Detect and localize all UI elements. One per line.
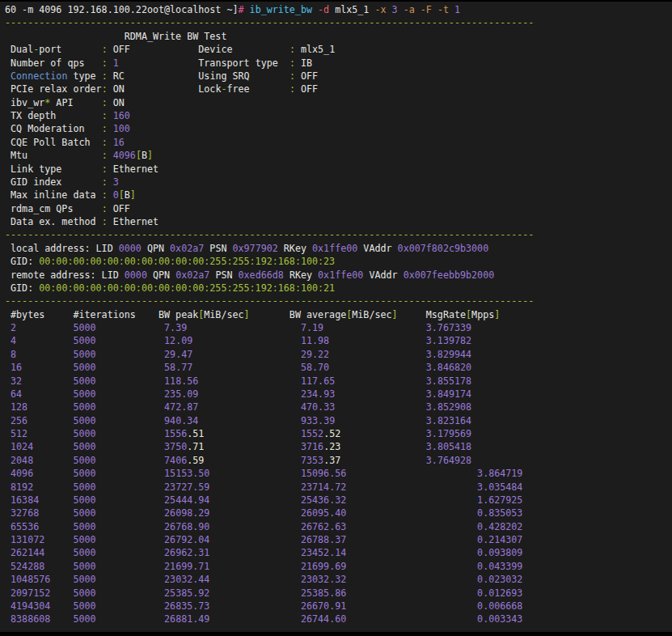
table-row: 32768 5000 26098.29 26095.40 0.835053 — [5, 507, 672, 519]
table-row: 1024 5000 3750.71 3716.23 3.805418 — [5, 440, 672, 453]
param-line: GID index : 3 — [5, 176, 672, 189]
table-row: 16 5000 58.77 58.70 3.846820 — [5, 361, 672, 374]
param-line: Connection type : RC Using SRQ : OFF — [5, 70, 672, 83]
param-line: Data ex. method : Ethernet — [5, 215, 672, 228]
param-line: ibv_wr* API : ON — [5, 96, 672, 109]
table-row: 256 5000 940.34 933.39 3.823164 — [5, 414, 672, 427]
table-row: 4096 5000 15153.50 15096.56 3.864719 — [5, 467, 672, 480]
table-header: #bytes #iterations BW peak[MiB/sec] BW a… — [5, 308, 672, 321]
table-row: 131072 5000 26792.04 26788.37 0.214307 — [5, 533, 672, 546]
param-line: Dual-port : OFF Device : mlx5_1 — [5, 43, 672, 56]
address-line: GID: 00:00:00:00:00:00:00:00:00:00:255:2… — [5, 282, 672, 295]
separator-line: ----------------------------------------… — [5, 16, 672, 29]
table-row: 64 5000 235.09 234.93 3.849174 — [5, 388, 672, 401]
address-line: local address: LID 0000 QPN 0x02a7 PSN 0… — [5, 242, 672, 255]
table-row: 2048 5000 7406.59 7353.37 3.764928 — [5, 454, 672, 467]
table-row: 128 5000 472.87 470.33 3.852908 — [5, 401, 672, 413]
table-row: 512 5000 1556.51 1552.52 3.179569 — [5, 427, 672, 440]
param-line: PCIe relax order: ON Lock-free : OFF — [5, 83, 672, 95]
param-line: Link type : Ethernet — [5, 163, 672, 176]
param-line: TX depth : 160 — [5, 109, 672, 122]
separator-line: ----------------------------------------… — [5, 228, 672, 241]
table-row: 8192 5000 23727.59 23714.72 3.035484 — [5, 481, 672, 494]
command-prompt-line: 60 -m 4096 192.168.100.22oot@localhost ~… — [5, 3, 672, 16]
param-line: CQE Poll Batch : 16 — [5, 136, 672, 149]
param-line: Number of qps : 1 Transport type : IB — [5, 57, 672, 70]
table-row: 8 5000 29.47 29.22 3.829944 — [5, 348, 672, 361]
table-row: 4 5000 12.09 11.98 3.139782 — [5, 334, 672, 347]
table-row: 262144 5000 26962.31 23452.14 0.093809 — [5, 546, 672, 559]
table-row: 16384 5000 25444.94 25436.32 1.627925 — [5, 494, 672, 507]
param-line: rdma_cm QPs : OFF — [5, 202, 672, 215]
param-line: CQ Moderation : 100 — [5, 122, 672, 135]
table-row: 8388608 5000 26881.49 26744.60 0.003343 — [5, 613, 672, 625]
separator-line: ----------------------------------------… — [5, 626, 672, 632]
terminal-window: 60 -m 4096 192.168.100.22oot@localhost ~… — [0, 2, 672, 632]
table-row: 32 5000 118.56 117.65 3.855178 — [5, 375, 672, 388]
table-row: 524288 5000 21699.71 21699.69 0.043399 — [5, 560, 672, 573]
separator-line: ----------------------------------------… — [5, 295, 672, 307]
test-title: RDMA_Write BW Test — [5, 30, 672, 43]
terminal-app: { "colors": { "bg": "#1c1c1c", "fg": "#e… — [0, 0, 672, 636]
param-line: Mtu : 4096[B] — [5, 149, 672, 162]
table-row: 4194304 5000 26835.73 26670.91 0.006668 — [5, 600, 672, 613]
table-row: 65536 5000 26768.90 26762.63 0.428202 — [5, 520, 672, 533]
address-line: remote address: LID 0000 QPN 0x02a7 PSN … — [5, 269, 672, 282]
table-row: 2097152 5000 25385.92 25385.86 0.012693 — [5, 587, 672, 600]
terminal-output: 60 -m 4096 192.168.100.22oot@localhost ~… — [0, 2, 672, 632]
param-line: Max inline data : 0[B] — [5, 189, 672, 201]
address-line: GID: 00:00:00:00:00:00:00:00:00:00:255:2… — [5, 255, 672, 268]
table-row: 2 5000 7.39 7.19 3.767339 — [5, 321, 672, 334]
table-row: 1048576 5000 23032.44 23032.32 0.023032 — [5, 573, 672, 586]
